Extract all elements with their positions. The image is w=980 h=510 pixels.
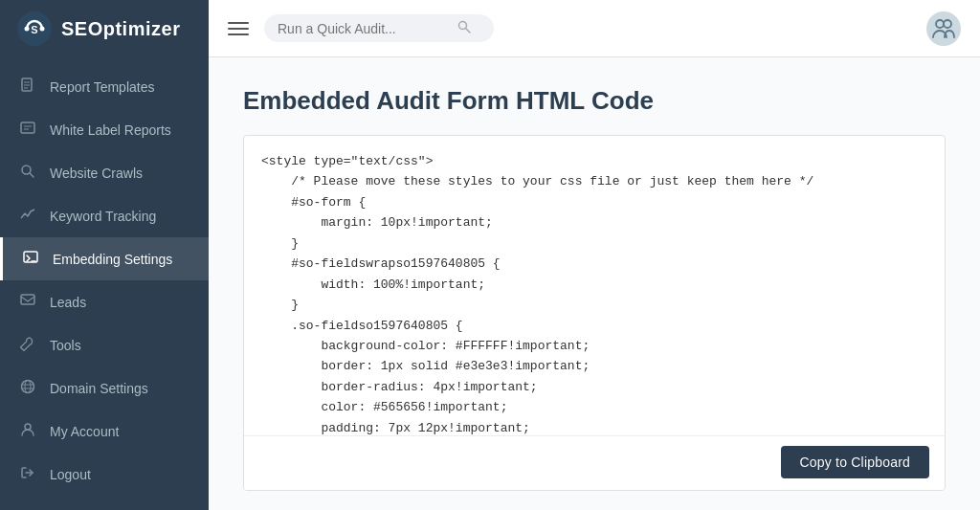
svg-line-12 bbox=[30, 173, 33, 177]
white-label-icon bbox=[17, 121, 38, 139]
search-input[interactable] bbox=[278, 21, 450, 36]
sidebar-item-website-crawls[interactable]: Website Crawls bbox=[0, 151, 209, 194]
code-block: <style type="text/css"> /* Please move t… bbox=[261, 151, 927, 435]
embedding-settings-icon bbox=[20, 250, 41, 268]
seoptimizer-logo-icon: S bbox=[17, 11, 52, 46]
sidebar-item-tools[interactable]: Tools bbox=[0, 323, 209, 366]
svg-point-25 bbox=[944, 20, 951, 28]
copy-button-row: Copy to Clipboard bbox=[244, 435, 945, 490]
domain-settings-icon bbox=[17, 379, 38, 397]
sidebar-item-white-label-reports[interactable]: White Label Reports bbox=[0, 108, 209, 151]
website-crawls-icon bbox=[17, 164, 38, 182]
code-container: <style type="text/css"> /* Please move t… bbox=[243, 135, 946, 491]
keyword-tracking-icon bbox=[17, 207, 38, 225]
sidebar-item-website-crawls-label: Website Crawls bbox=[50, 166, 143, 181]
main-area: Embedded Audit Form HTML Code <style typ… bbox=[209, 0, 980, 510]
sidebar-item-keyword-tracking-label: Keyword Tracking bbox=[50, 209, 156, 224]
sidebar-item-leads-label: Leads bbox=[50, 295, 86, 310]
search-bar bbox=[264, 14, 494, 42]
code-scroll-area[interactable]: <style type="text/css"> /* Please move t… bbox=[244, 136, 945, 435]
svg-line-23 bbox=[466, 29, 471, 33]
hamburger-menu[interactable] bbox=[228, 22, 249, 35]
sidebar-item-logout-label: Logout bbox=[50, 467, 91, 482]
svg-point-20 bbox=[25, 424, 31, 430]
page-title: Embedded Audit Form HTML Code bbox=[243, 86, 946, 116]
leads-icon bbox=[17, 293, 38, 311]
svg-point-17 bbox=[25, 381, 31, 393]
sidebar-item-embedding-settings[interactable]: Embedding Settings bbox=[0, 237, 209, 280]
sidebar-item-leads[interactable]: Leads bbox=[0, 280, 209, 323]
svg-point-24 bbox=[936, 20, 944, 28]
sidebar-nav: Report Templates White Label Reports Web… bbox=[0, 57, 209, 510]
sidebar-item-domain-settings-label: Domain Settings bbox=[50, 381, 148, 396]
svg-rect-8 bbox=[21, 122, 34, 133]
tools-icon bbox=[17, 336, 38, 354]
brand-name: SEOptimizer bbox=[61, 18, 180, 40]
user-avatar[interactable] bbox=[926, 11, 961, 46]
sidebar-item-my-account[interactable]: My Account bbox=[0, 410, 209, 453]
sidebar-item-keyword-tracking[interactable]: Keyword Tracking bbox=[0, 194, 209, 237]
my-account-icon bbox=[17, 422, 38, 440]
svg-rect-15 bbox=[21, 295, 34, 304]
sidebar-item-domain-settings[interactable]: Domain Settings bbox=[0, 366, 209, 410]
svg-point-2 bbox=[40, 27, 45, 32]
main-content: Embedded Audit Form HTML Code <style typ… bbox=[209, 57, 980, 510]
report-templates-icon bbox=[17, 78, 38, 96]
sidebar-item-embedding-settings-label: Embedding Settings bbox=[53, 252, 172, 267]
copy-to-clipboard-button[interactable]: Copy to Clipboard bbox=[781, 446, 929, 478]
sidebar-item-white-label-label: White Label Reports bbox=[50, 122, 171, 138]
svg-point-1 bbox=[25, 27, 30, 32]
sidebar-item-report-templates[interactable]: Report Templates bbox=[0, 65, 209, 108]
svg-text:S: S bbox=[31, 24, 37, 35]
sidebar-logo: S SEOptimizer bbox=[0, 0, 209, 57]
search-icon bbox=[457, 20, 471, 36]
sidebar-item-my-account-label: My Account bbox=[50, 424, 119, 439]
sidebar-item-tools-label: Tools bbox=[50, 338, 81, 353]
logout-icon bbox=[17, 465, 38, 483]
sidebar: S SEOptimizer Report Templates White Lab… bbox=[0, 0, 209, 510]
topbar-left bbox=[228, 14, 494, 42]
svg-point-16 bbox=[22, 381, 34, 393]
sidebar-item-logout[interactable]: Logout bbox=[0, 453, 209, 496]
topbar bbox=[209, 0, 980, 57]
sidebar-item-report-templates-label: Report Templates bbox=[50, 79, 154, 95]
topbar-right bbox=[926, 11, 961, 46]
